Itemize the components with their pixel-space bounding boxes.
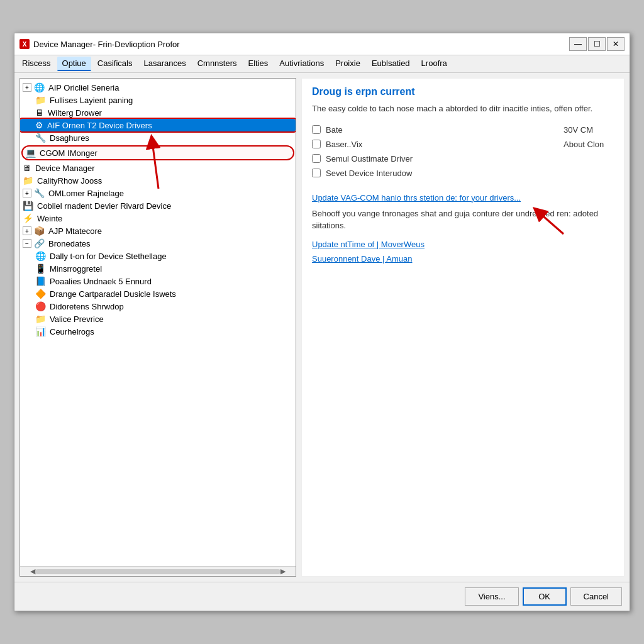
tree-label: Dsaghures — [50, 133, 89, 143]
gear-icon: ⚙ — [35, 120, 43, 130]
menu-lasarances[interactable]: Lasarances — [138, 57, 191, 71]
tree-label: Minsrroggretel — [50, 264, 102, 274]
monitor-icon2: 🖥 — [23, 163, 31, 173]
menu-riscess[interactable]: Riscess — [17, 57, 56, 71]
scroll-right[interactable]: ▶ — [280, 567, 286, 575]
tree-label: AJP Mtatecore — [48, 226, 102, 236]
tree-label: Wilterg Drower — [48, 108, 102, 118]
menu-proixie[interactable]: Proixie — [330, 57, 365, 71]
tree-label: Weinte — [37, 214, 62, 223]
title-bar: X Device Manager- Frin-Devlioption Profo… — [14, 33, 630, 55]
scrollbar-track[interactable] — [35, 569, 280, 574]
link-suueronnent[interactable]: Suueronnent Dave | Amuan — [312, 254, 614, 264]
tree-item-weinte[interactable]: ⚡ Weinte — [20, 212, 296, 225]
tree-label: Cobliel rnadent Devier Rivard Device — [37, 201, 171, 211]
tree-item-root[interactable]: + 🌐 AIP Oricliel Seneria — [20, 81, 296, 94]
tree-item-dsaghures[interactable]: 🔧 Dsaghures — [20, 131, 296, 144]
tree-label: Dally t-on for Device Stethellage — [50, 252, 167, 261]
tree-label: Device Manager — [35, 164, 95, 173]
tree-item-ceur[interactable]: 📊 Ceurhelrogs — [20, 325, 296, 338]
horizontal-scrollbar: ◀ ▶ — [20, 566, 296, 576]
folder-icon: 📁 — [35, 95, 46, 105]
tree-item-cobliel[interactable]: 💾 Cobliel rnadent Devier Rivard Device — [20, 199, 296, 212]
content-area: + 🌐 AIP Oricliel Seneria 📁 Fullises Layi… — [14, 73, 630, 582]
app-icon: X — [19, 39, 30, 49]
tree-item-minsrog[interactable]: 📱 Minsrroggretel — [20, 262, 296, 275]
tree-item-poaalies[interactable]: 📘 Poaalies Undnaek 5 Ennurd — [20, 275, 296, 287]
tree-item-cgom[interactable]: 💻 CGOM IMonger — [21, 145, 294, 160]
globe-icon: 🌐 — [34, 82, 45, 92]
checkbox-baser-value: About Clon — [564, 140, 614, 149]
link-icon: 🔗 — [34, 238, 45, 248]
tree-label: Fullises Layient paning — [50, 96, 133, 105]
tree-item-didoretens[interactable]: 🔴 Didoretens Shrwdop — [20, 300, 296, 313]
checkbox-sevet[interactable] — [312, 169, 321, 177]
tree-item-aif-driver[interactable]: ⚙ AIF Ornen T2 Device Drivers — [20, 119, 296, 131]
tree-item-ajp[interactable]: + 📦 AJP Mtatecore — [20, 225, 296, 237]
tree-item-device-manager[interactable]: 🖥 Device Manager — [20, 162, 296, 174]
tree-label: CalityRhow Jooss — [37, 176, 102, 186]
lightning-icon: ⚡ — [23, 213, 33, 223]
storage-icon: 💾 — [23, 201, 33, 211]
tree-label: Drange Cartparadel Dusicle Iswets — [50, 289, 176, 299]
book-icon: 📘 — [35, 276, 46, 286]
close-button[interactable]: ✕ — [607, 37, 625, 51]
ok-button[interactable]: OK — [523, 587, 567, 606]
tree-item-bronedates[interactable]: − 🔗 Bronedates — [20, 237, 296, 250]
diamond-icon: 🔶 — [35, 289, 46, 299]
link1-container: Update VAG-COM hanio thrs stetion de: fo… — [312, 193, 614, 203]
expand-icon4[interactable]: − — [23, 239, 31, 248]
checkbox-baser-label: Baser..Vix — [326, 140, 558, 149]
folder-icon3: 📁 — [35, 314, 46, 324]
expand-icon3[interactable]: + — [23, 226, 31, 235]
right-panel-description: The easy colde to tach nose mach a abtor… — [312, 103, 614, 115]
checkbox-semul[interactable] — [312, 154, 321, 163]
menu-autivriations[interactable]: Autivriations — [274, 57, 329, 71]
tree-label: Didoretens Shrwdop — [50, 302, 124, 311]
right-panel-title: Droug is erpn current — [312, 86, 614, 97]
tree-label: OMLomer Rajnelage — [48, 189, 124, 198]
tree-item-dally[interactable]: 🌐 Dally t-on for Device Stethellage — [20, 250, 296, 262]
menu-elties[interactable]: Elties — [243, 57, 274, 71]
folder-icon2: 📁 — [23, 175, 33, 186]
monitor-icon: 🖥 — [35, 108, 44, 118]
device-tree[interactable]: + 🌐 AIP Oricliel Seneria 📁 Fullises Layi… — [20, 79, 296, 566]
menu-casificals[interactable]: Casificals — [92, 57, 138, 71]
scroll-left[interactable]: ◀ — [30, 567, 35, 575]
tree-item-cality[interactable]: 📁 CalityRhow Jooss — [20, 174, 296, 187]
views-button[interactable]: Viens... — [465, 587, 518, 606]
bottom-bar: Viens... OK Cancel — [14, 582, 630, 611]
tree-label: CGOM IMonger — [40, 148, 97, 158]
menu-cmnnsters[interactable]: Cmnnsters — [192, 57, 242, 71]
maximize-button[interactable]: ☐ — [588, 37, 606, 51]
link-update-vagcom[interactable]: Update VAG-COM hanio thrs stetion de: fo… — [312, 193, 614, 203]
tree-item-drange[interactable]: 🔶 Drange Cartparadel Dusicle Iswets — [20, 287, 296, 300]
tree-item-wilterg[interactable]: 🖥 Wilterg Drower — [20, 106, 296, 119]
link-update-nttime[interactable]: Update ntTime of | MoverWeus — [312, 240, 614, 249]
tree-item-valice[interactable]: 📁 Valice Prevrice — [20, 313, 296, 325]
menu-lroofra[interactable]: Lroofra — [416, 57, 452, 71]
cancel-button[interactable]: Cancel — [570, 587, 622, 606]
checkbox-baser-row: Baser..Vix About Clon — [312, 140, 614, 149]
menu-eublsatied[interactable]: Eublsatied — [367, 57, 415, 71]
checkbox-bate[interactable] — [312, 125, 321, 134]
tree-item-oml[interactable]: + 🔧 OMLomer Rajnelage — [20, 187, 296, 199]
checkbox-sevet-row: Sevet Device Interudow — [312, 169, 614, 178]
tree-item-fullises[interactable]: 📁 Fullises Layient paning — [20, 94, 296, 106]
tree-label: AIP Oricliel Seneria — [48, 83, 119, 92]
tree-label: Bronedates — [48, 239, 91, 248]
expand-icon[interactable]: + — [23, 83, 31, 92]
tree-label: Valice Prevrice — [50, 314, 104, 324]
chart-icon: 📊 — [35, 326, 46, 336]
circle-icon: 🔴 — [35, 301, 46, 311]
menu-optiue[interactable]: Optiue — [57, 57, 91, 71]
checkbox-bate-row: Bate 30V CM — [312, 125, 614, 135]
expand-icon2[interactable]: + — [23, 189, 31, 197]
computer-icon: 💻 — [25, 148, 36, 158]
minimize-button[interactable]: — — [569, 37, 587, 51]
globe-icon2: 🌐 — [35, 251, 46, 261]
checkbox-baser[interactable] — [312, 140, 321, 148]
package-icon: 📦 — [34, 226, 45, 236]
checkbox-bate-label: Bate — [326, 125, 558, 135]
window-controls: — ☐ ✕ — [569, 37, 625, 51]
